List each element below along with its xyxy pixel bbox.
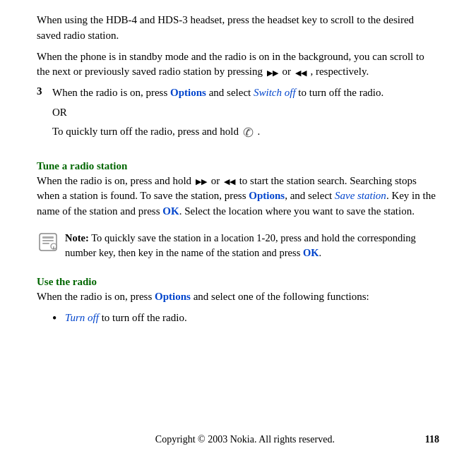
- use-radio-paragraph: When the radio is on, press Options and …: [37, 289, 439, 305]
- turn-off-link: Turn off: [65, 312, 99, 323]
- footer: Copyright © 2003 Nokia. All rights reser…: [37, 427, 439, 445]
- back-arrow-icon: [295, 66, 307, 80]
- ok-link-1: OK: [162, 205, 179, 217]
- note-bold: Note:: [65, 232, 89, 243]
- options-link-1: Options: [170, 87, 206, 98]
- forward-arrow-icon: [267, 66, 278, 80]
- intro-block-1: When using the HDB-4 and HDS-3 headset, …: [37, 13, 439, 44]
- svg-text:i: i: [53, 245, 54, 251]
- note-svg-icon: i: [38, 232, 58, 252]
- use-radio-heading: Use the radio: [37, 276, 439, 288]
- page: When using the HDB-4 and HDS-3 headset, …: [0, 0, 476, 458]
- or-follow-text: To quickly turn off the radio, press and…: [52, 123, 439, 142]
- options-link-2: Options: [249, 190, 285, 201]
- bullet-dot: •: [52, 309, 65, 327]
- item-content: When the radio is on, press Options and …: [52, 85, 439, 101]
- bullet-item-1: • Turn off to turn off the radio.: [52, 311, 439, 327]
- forward-arrow-icon-2: [196, 174, 207, 188]
- back-arrow-icon-2: [224, 174, 235, 188]
- note-text: Note: To quickly save the station in a l…: [65, 231, 439, 260]
- numbered-item-3: 3 When the radio is on, press Options an…: [37, 85, 439, 101]
- footer-copyright: Copyright © 2003 Nokia. All rights reser…: [65, 434, 425, 445]
- switch-off-link: Switch off: [254, 87, 296, 98]
- options-link-3: Options: [155, 291, 191, 302]
- phone-icon: ✆: [243, 123, 254, 142]
- save-station-link: Save station: [335, 190, 386, 201]
- tune-heading: Tune a radio station: [37, 160, 439, 172]
- intro-block-2: When the phone is in standby mode and th…: [37, 49, 439, 80]
- ok-link-2: OK: [303, 247, 319, 258]
- item-number: 3: [37, 85, 52, 97]
- note-box: i Note: To quickly save the station in a…: [37, 231, 439, 260]
- bullet-text-1: Turn off to turn off the radio.: [65, 311, 187, 326]
- note-icon: i: [37, 232, 59, 255]
- svg-rect-3: [42, 243, 49, 244]
- footer-page-number: 118: [425, 434, 439, 445]
- tune-paragraph: When the radio is on, press and hold or …: [37, 174, 439, 219]
- svg-rect-2: [42, 240, 54, 241]
- content: When using the HDB-4 and HDS-3 headset, …: [37, 13, 439, 427]
- svg-rect-1: [42, 236, 54, 239]
- bullet-list: • Turn off to turn off the radio.: [52, 311, 439, 329]
- or-text: OR: [52, 105, 439, 121]
